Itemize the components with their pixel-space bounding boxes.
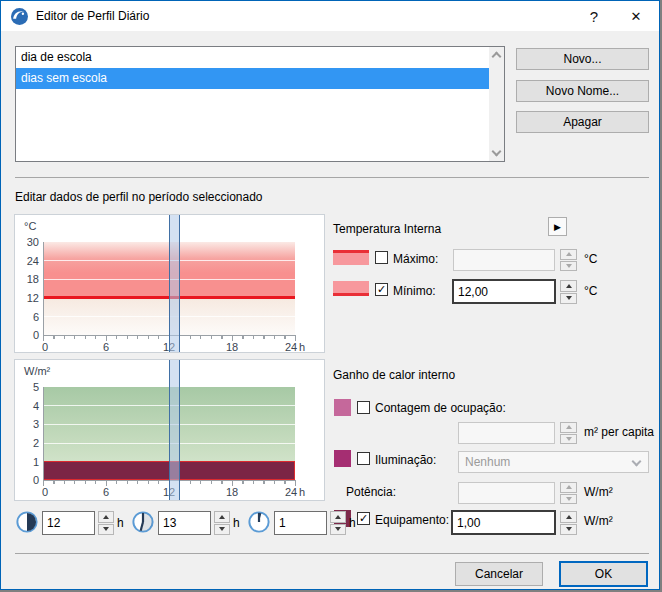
end-hour-spinner[interactable] [214,511,230,535]
start-hour-input[interactable] [42,511,95,535]
section-title: Editar dados de perfil no período selecc… [15,190,263,204]
x-tick-label: 6 [103,486,109,498]
spin-down-button[interactable] [214,524,230,536]
spin-up-button [560,422,577,433]
lighting-select: Nenhum [458,451,649,473]
lighting-checkbox[interactable] [357,452,370,465]
duration-hour-input[interactable] [274,511,327,535]
x-tick-label: 0 [42,341,48,353]
occupancy-checkbox[interactable] [357,401,370,414]
down-arrow-icon [566,264,572,268]
spin-up-button[interactable] [560,511,577,523]
check-icon: ✓ [359,512,368,524]
chevron-down-icon [632,457,642,467]
down-arrow-icon [566,437,572,441]
occupancy-unit: m² per capita [584,425,654,439]
max-spinner [560,249,577,271]
spin-up-button[interactable] [560,280,577,292]
equipment-unit: W/m² [584,514,613,528]
x-tick-label: 6 [103,341,109,353]
up-arrow-icon [566,252,572,256]
occupancy-value-input [458,422,555,444]
y-tick-label: 6 [17,311,39,323]
x-tick-label: 24 [285,486,297,498]
down-arrow-icon [566,527,572,531]
power-unit: W/m² [584,485,613,499]
start-time-clock-icon [16,511,38,533]
duration-hour-spinner[interactable] [330,511,346,535]
spin-up-button[interactable] [98,511,114,523]
y-tick-label: 18 [17,273,39,285]
new-button[interactable]: Novo... [516,48,649,70]
temperature-chart[interactable]: °C 30 24 18 12 6 0 0 6 12 18 24 h [14,214,325,353]
list-scrollbar[interactable] [489,47,504,161]
max-line-stripe [333,250,369,253]
min-color-swatch [333,281,369,296]
delete-button[interactable]: Apagar [516,111,649,133]
down-arrow-icon [566,296,572,300]
up-arrow-icon [566,485,572,489]
down-arrow-icon [335,527,341,531]
up-arrow-icon [219,515,225,519]
y-tick-label: 1 [17,456,39,468]
ok-button[interactable]: OK [559,561,648,587]
spin-down-button[interactable] [330,524,346,536]
spin-down-button[interactable] [560,524,577,536]
daily-profile-editor-dialog: Editor de Perfil Diário ? ✕ dia de escol… [0,0,660,590]
x-axis-unit: h [299,486,305,498]
spin-down-button[interactable] [560,293,577,305]
app-logo-icon [11,8,28,25]
rename-button[interactable]: Novo Nome... [516,80,649,102]
close-icon[interactable]: ✕ [619,1,653,31]
equipment-spinner[interactable] [560,511,577,535]
list-item-selected[interactable]: dias sem escola [16,68,489,89]
separator [15,177,649,178]
max-value-input [453,249,555,271]
flyout-arrow-button[interactable]: ▶ [548,217,567,236]
up-arrow-icon [103,515,109,519]
lighting-label: Iluminação: [375,453,436,467]
y-tick-label: 2 [17,437,39,449]
heat-gain-chart-unit: W/m² [24,365,50,377]
spin-down-button[interactable] [98,524,114,536]
spin-up-button[interactable] [330,511,346,523]
help-button[interactable]: ? [577,1,611,31]
down-arrow-icon [103,527,109,531]
x-tick-label: 18 [226,486,238,498]
max-checkbox[interactable] [375,251,388,264]
power-label: Potência: [346,485,396,499]
end-time-clock-icon [132,511,154,533]
y-tick-label: 24 [17,255,39,267]
time-selection-band[interactable] [169,215,180,352]
cancel-button[interactable]: Cancelar [455,562,543,586]
check-icon: ✓ [377,283,386,295]
list-item[interactable]: dia de escola [16,47,489,68]
end-hour-input[interactable] [158,511,211,535]
heat-gain-chart[interactable]: W/m² 5 4 3 2 1 0 0 6 12 18 24 h [14,359,325,501]
scroll-down-icon[interactable] [492,147,502,157]
equipment-checkbox[interactable]: ✓ [357,512,370,525]
min-checkbox[interactable]: ✓ [375,283,388,296]
occupancy-color-swatch [334,399,351,416]
min-spinner[interactable] [560,280,577,304]
duration-clock-icon [248,511,270,533]
duration-hour-unit: h [349,516,356,530]
max-unit: °C [584,252,597,266]
temperature-section-title: Temperatura Interna [333,222,441,236]
x-tick-label: 0 [42,486,48,498]
start-hour-unit: h [117,516,124,530]
up-arrow-icon [566,515,572,519]
time-selection-band[interactable] [169,360,180,500]
x-axis-unit: h [299,341,305,353]
occupancy-spinner [560,422,577,444]
start-hour-spinner[interactable] [98,511,114,535]
equipment-value-input[interactable] [451,510,556,535]
min-line-stripe [333,293,369,296]
temperature-chart-unit: °C [24,220,36,232]
power-value-input [458,482,555,504]
scroll-up-icon[interactable] [492,52,502,62]
up-arrow-icon [335,515,341,519]
min-value-input[interactable] [452,279,556,304]
spin-up-button[interactable] [214,511,230,523]
lighting-select-value: Nenhum [465,455,510,469]
